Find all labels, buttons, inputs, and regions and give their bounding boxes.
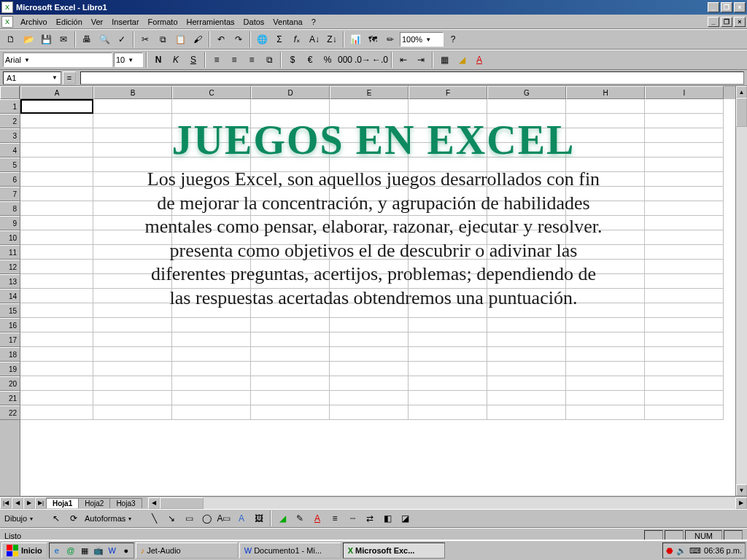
tab-next-button[interactable]: ▶	[23, 497, 35, 509]
align-left-button[interactable]: ≡	[209, 52, 225, 68]
ie-icon[interactable]: e	[50, 544, 63, 557]
menu-edicion[interactable]: Edición	[52, 16, 87, 28]
row-header-14[interactable]: 14	[0, 289, 20, 303]
close-button[interactable]: ×	[734, 2, 746, 12]
paste-button[interactable]: 📋	[172, 31, 188, 47]
sheet-tab-2[interactable]: Hoja2	[78, 498, 110, 508]
row-header-21[interactable]: 21	[0, 391, 20, 405]
cell[interactable]	[645, 332, 724, 347]
mdi-restore-button[interactable]: ❐	[721, 17, 732, 27]
menu-ver[interactable]: Ver	[87, 16, 108, 28]
help-button[interactable]: ?	[445, 31, 461, 47]
formula-equals-button[interactable]: =	[63, 71, 76, 85]
cell[interactable]	[93, 114, 172, 128]
cell[interactable]	[93, 332, 172, 347]
cell[interactable]	[172, 347, 251, 362]
minimize-button[interactable]: _	[708, 2, 719, 12]
menu-archivo[interactable]: Archivo	[16, 16, 52, 28]
increase-decimal-button[interactable]: .0→	[355, 52, 371, 68]
cell[interactable]	[172, 318, 251, 332]
cell[interactable]	[20, 405, 93, 420]
bold-button[interactable]: N	[150, 52, 166, 68]
menu-insertar[interactable]: Insertar	[107, 16, 143, 28]
percent-button[interactable]: %	[320, 52, 336, 68]
sort-desc-button[interactable]: Z↓	[324, 31, 340, 47]
col-header-I[interactable]: I	[645, 86, 724, 99]
cell[interactable]	[251, 332, 330, 347]
row-header-8[interactable]: 8	[0, 201, 20, 216]
cell[interactable]	[645, 201, 724, 216]
cell[interactable]	[566, 347, 645, 362]
arrow-button[interactable]: ↘	[163, 510, 179, 526]
wordart-button[interactable]: A	[233, 510, 249, 526]
cell[interactable]	[20, 391, 93, 405]
cell[interactable]	[330, 332, 409, 347]
cell[interactable]	[93, 376, 172, 391]
cell[interactable]	[645, 172, 724, 187]
align-right-button[interactable]: ≡	[244, 52, 260, 68]
currency-button[interactable]: $	[285, 52, 301, 68]
cell[interactable]	[172, 391, 251, 405]
menu-formato[interactable]: Formato	[144, 16, 182, 28]
cell[interactable]	[20, 376, 93, 391]
cell[interactable]	[20, 362, 93, 376]
cell[interactable]	[566, 362, 645, 376]
sort-asc-button[interactable]: A↓	[306, 31, 322, 47]
cell[interactable]	[645, 187, 724, 201]
zoom-combo[interactable]: 100%▼	[400, 32, 444, 47]
cell[interactable]	[172, 332, 251, 347]
cell[interactable]	[251, 347, 330, 362]
cell[interactable]	[645, 274, 724, 289]
cell[interactable]	[566, 143, 645, 158]
cell[interactable]	[20, 303, 93, 318]
chart-button[interactable]: 📊	[347, 31, 363, 47]
font-color-draw-button[interactable]: A	[309, 510, 325, 526]
cell[interactable]	[20, 347, 93, 362]
font-color-button[interactable]: A	[471, 52, 487, 68]
cell[interactable]	[172, 99, 251, 114]
merge-center-button[interactable]: ⧉	[261, 52, 277, 68]
cell[interactable]	[409, 99, 487, 114]
sheet-tab-3[interactable]: Hoja3	[109, 498, 142, 508]
cell[interactable]	[409, 347, 487, 362]
col-header-E[interactable]: E	[330, 86, 409, 99]
cell[interactable]	[93, 99, 172, 114]
hscroll-thumb[interactable]	[160, 497, 204, 509]
shadow-button[interactable]: ◧	[379, 510, 395, 526]
cell[interactable]	[172, 376, 251, 391]
row-header-13[interactable]: 13	[0, 274, 20, 289]
cell[interactable]	[251, 391, 330, 405]
cell[interactable]	[645, 128, 724, 143]
rectangle-button[interactable]: ▭	[181, 510, 197, 526]
outlook-icon[interactable]: @	[64, 544, 77, 557]
cell[interactable]	[330, 376, 409, 391]
desktop-icon[interactable]: ▦	[78, 544, 91, 557]
cell[interactable]	[566, 376, 645, 391]
scroll-up-button[interactable]: ▲	[736, 86, 747, 98]
cell[interactable]	[251, 362, 330, 376]
channels-icon[interactable]: 📺	[92, 544, 105, 557]
cell[interactable]	[330, 391, 409, 405]
clipart-button[interactable]: 🖼	[251, 510, 267, 526]
col-header-A[interactable]: A	[20, 86, 93, 99]
cell[interactable]	[20, 216, 93, 230]
cell[interactable]	[487, 347, 566, 362]
cell[interactable]	[487, 391, 566, 405]
cell[interactable]	[409, 405, 487, 420]
copy-button[interactable]: ⧉	[155, 31, 171, 47]
row-header-12[interactable]: 12	[0, 260, 20, 274]
cell[interactable]	[20, 201, 93, 216]
row-header-22[interactable]: 22	[0, 405, 20, 420]
hyperlink-button[interactable]: 🌐	[254, 31, 270, 47]
vertical-scrollbar[interactable]: ▲ ▼	[735, 86, 747, 496]
cell[interactable]	[409, 376, 487, 391]
cell[interactable]	[172, 405, 251, 420]
cell[interactable]	[93, 405, 172, 420]
row-header-18[interactable]: 18	[0, 347, 20, 362]
tab-last-button[interactable]: ▶|	[35, 497, 47, 509]
borders-button[interactable]: ▦	[436, 52, 452, 68]
cell[interactable]	[645, 391, 724, 405]
mdi-minimize-button[interactable]: _	[708, 17, 719, 27]
row-header-9[interactable]: 9	[0, 216, 20, 230]
font-combo[interactable]: Arial▼	[3, 52, 112, 67]
